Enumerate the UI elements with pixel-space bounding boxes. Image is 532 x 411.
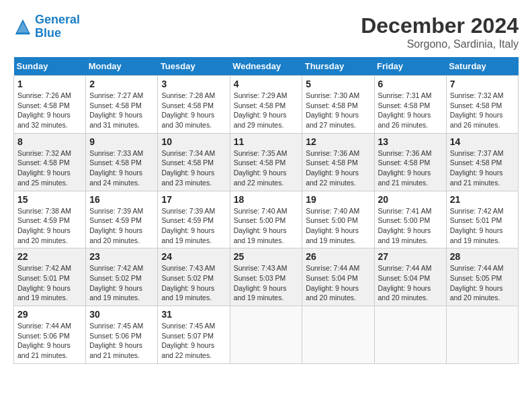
weekday-sunday: Sunday [14,57,86,76]
day-info: Sunrise: 7:34 AM Sunset: 4:58 PM Dayligh… [161,148,226,188]
day-cell: 22 Sunrise: 7:42 AM Sunset: 5:01 PM Dayl… [14,248,86,306]
day-number: 2 [89,79,154,89]
weekday-monday: Monday [86,57,158,76]
day-number: 12 [306,136,370,147]
day-cell: 21 Sunrise: 7:42 AM Sunset: 5:01 PM Dayl… [446,191,518,248]
day-cell: 6 Sunrise: 7:31 AM Sunset: 4:58 PM Dayli… [374,76,446,134]
weekday-wednesday: Wednesday [230,57,302,76]
day-number: 17 [161,194,226,205]
day-number: 3 [161,79,226,89]
day-number: 23 [89,251,154,262]
day-cell: 31 Sunrise: 7:45 AM Sunset: 5:07 PM Dayl… [158,306,230,364]
day-cell: 18 Sunrise: 7:40 AM Sunset: 5:00 PM Dayl… [230,191,302,248]
week-row-2: 8 Sunrise: 7:32 AM Sunset: 4:58 PM Dayli… [14,133,519,191]
day-info: Sunrise: 7:36 AM Sunset: 4:58 PM Dayligh… [378,148,443,188]
day-number: 1 [17,79,82,89]
logo-text: General Blue [35,13,80,40]
day-info: Sunrise: 7:40 AM Sunset: 5:00 PM Dayligh… [234,206,299,246]
day-info: Sunrise: 7:45 AM Sunset: 5:06 PM Dayligh… [89,321,154,361]
weekday-thursday: Thursday [302,57,374,76]
day-number: 4 [234,79,299,89]
month-title: December 2024 [361,13,519,38]
day-cell: 9 Sunrise: 7:33 AM Sunset: 4:58 PM Dayli… [86,133,158,191]
day-cell [230,306,302,364]
page-header: General Blue December 2024 Sorgono, Sard… [13,13,519,50]
day-number: 8 [17,136,82,147]
day-info: Sunrise: 7:38 AM Sunset: 4:59 PM Dayligh… [17,206,82,246]
day-info: Sunrise: 7:33 AM Sunset: 4:58 PM Dayligh… [89,148,154,188]
day-cell: 8 Sunrise: 7:32 AM Sunset: 4:58 PM Dayli… [14,133,86,191]
day-cell: 5 Sunrise: 7:30 AM Sunset: 4:58 PM Dayli… [302,76,374,134]
day-cell: 23 Sunrise: 7:42 AM Sunset: 5:02 PM Dayl… [86,248,158,306]
day-number: 26 [306,251,370,262]
day-info: Sunrise: 7:32 AM Sunset: 4:58 PM Dayligh… [450,91,515,130]
day-number: 31 [161,309,226,320]
day-number: 18 [234,194,299,205]
day-info: Sunrise: 7:39 AM Sunset: 4:59 PM Dayligh… [89,206,154,246]
title-block: December 2024 Sorgono, Sardinia, Italy [361,13,519,50]
logo: General Blue [13,13,80,40]
day-number: 24 [161,251,226,262]
day-cell: 15 Sunrise: 7:38 AM Sunset: 4:59 PM Dayl… [14,191,86,248]
day-info: Sunrise: 7:39 AM Sunset: 4:59 PM Dayligh… [161,206,226,246]
day-cell [374,306,446,364]
weekday-tuesday: Tuesday [158,57,230,76]
weekday-saturday: Saturday [446,57,518,76]
day-number: 14 [450,136,515,147]
day-number: 25 [234,251,299,262]
day-info: Sunrise: 7:42 AM Sunset: 5:02 PM Dayligh… [89,263,154,303]
day-cell [446,306,518,364]
week-row-5: 29 Sunrise: 7:44 AM Sunset: 5:06 PM Dayl… [14,306,519,364]
day-cell: 13 Sunrise: 7:36 AM Sunset: 4:58 PM Dayl… [374,133,446,191]
day-cell: 19 Sunrise: 7:40 AM Sunset: 5:00 PM Dayl… [302,191,374,248]
day-cell: 11 Sunrise: 7:35 AM Sunset: 4:58 PM Dayl… [230,133,302,191]
day-info: Sunrise: 7:42 AM Sunset: 5:01 PM Dayligh… [17,263,82,303]
day-number: 9 [89,136,154,147]
day-number: 13 [378,136,443,147]
logo-icon [13,17,32,36]
day-info: Sunrise: 7:27 AM Sunset: 4:58 PM Dayligh… [89,91,154,130]
day-info: Sunrise: 7:42 AM Sunset: 5:01 PM Dayligh… [450,206,515,246]
day-info: Sunrise: 7:35 AM Sunset: 4:58 PM Dayligh… [234,148,299,188]
day-cell: 4 Sunrise: 7:29 AM Sunset: 4:58 PM Dayli… [230,76,302,134]
day-number: 27 [378,251,443,262]
day-info: Sunrise: 7:31 AM Sunset: 4:58 PM Dayligh… [378,91,443,130]
week-row-3: 15 Sunrise: 7:38 AM Sunset: 4:59 PM Dayl… [14,191,519,248]
day-number: 22 [17,251,82,262]
day-info: Sunrise: 7:30 AM Sunset: 4:58 PM Dayligh… [306,91,370,130]
day-number: 7 [450,79,515,89]
day-info: Sunrise: 7:45 AM Sunset: 5:07 PM Dayligh… [161,321,226,361]
day-info: Sunrise: 7:44 AM Sunset: 5:06 PM Dayligh… [17,321,82,361]
day-number: 30 [89,309,154,320]
day-info: Sunrise: 7:29 AM Sunset: 4:58 PM Dayligh… [234,91,299,130]
day-info: Sunrise: 7:28 AM Sunset: 4:58 PM Dayligh… [161,91,226,130]
day-info: Sunrise: 7:36 AM Sunset: 4:58 PM Dayligh… [306,148,370,188]
day-info: Sunrise: 7:37 AM Sunset: 4:58 PM Dayligh… [450,148,515,188]
calendar-table: SundayMondayTuesdayWednesdayThursdayFrid… [13,57,519,364]
day-cell: 26 Sunrise: 7:44 AM Sunset: 5:04 PM Dayl… [302,248,374,306]
day-cell: 2 Sunrise: 7:27 AM Sunset: 4:58 PM Dayli… [86,76,158,134]
day-info: Sunrise: 7:32 AM Sunset: 4:58 PM Dayligh… [17,148,82,188]
day-cell: 20 Sunrise: 7:41 AM Sunset: 5:00 PM Dayl… [374,191,446,248]
weekday-friday: Friday [374,57,446,76]
week-row-1: 1 Sunrise: 7:26 AM Sunset: 4:58 PM Dayli… [14,76,519,134]
day-cell: 3 Sunrise: 7:28 AM Sunset: 4:58 PM Dayli… [158,76,230,134]
day-info: Sunrise: 7:43 AM Sunset: 5:02 PM Dayligh… [161,263,226,303]
day-cell: 7 Sunrise: 7:32 AM Sunset: 4:58 PM Dayli… [446,76,518,134]
day-cell: 29 Sunrise: 7:44 AM Sunset: 5:06 PM Dayl… [14,306,86,364]
day-info: Sunrise: 7:44 AM Sunset: 5:04 PM Dayligh… [378,263,443,303]
day-cell [302,306,374,364]
day-number: 29 [17,309,82,320]
day-info: Sunrise: 7:44 AM Sunset: 5:05 PM Dayligh… [450,263,515,303]
day-info: Sunrise: 7:43 AM Sunset: 5:03 PM Dayligh… [234,263,299,303]
day-number: 19 [306,194,370,205]
week-row-4: 22 Sunrise: 7:42 AM Sunset: 5:01 PM Dayl… [14,248,519,306]
day-cell: 25 Sunrise: 7:43 AM Sunset: 5:03 PM Dayl… [230,248,302,306]
day-number: 11 [234,136,299,147]
day-number: 15 [17,194,82,205]
day-cell: 16 Sunrise: 7:39 AM Sunset: 4:59 PM Dayl… [86,191,158,248]
day-cell: 1 Sunrise: 7:26 AM Sunset: 4:58 PM Dayli… [14,76,86,134]
day-number: 21 [450,194,515,205]
day-number: 6 [378,79,443,89]
day-cell: 14 Sunrise: 7:37 AM Sunset: 4:58 PM Dayl… [446,133,518,191]
